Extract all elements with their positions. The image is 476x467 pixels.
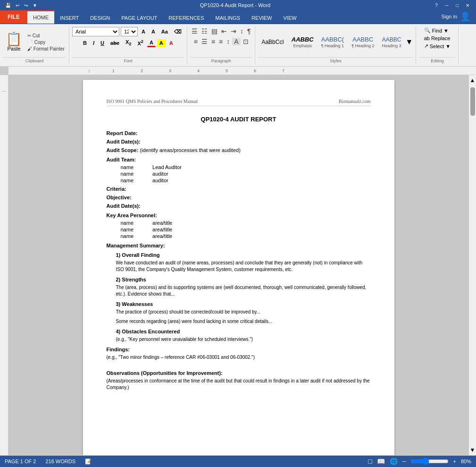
- select-button[interactable]: ↗ Select ▼: [422, 42, 452, 50]
- shading-btn[interactable]: A: [232, 38, 240, 45]
- line-spacing-btn[interactable]: ↕: [225, 37, 231, 46]
- style-heading1[interactable]: AABBC( ¶ Heading 1: [318, 34, 347, 50]
- read-view-btn[interactable]: 📖: [377, 458, 385, 465]
- personnel-role-3: area/title: [152, 233, 172, 239]
- sort-btn[interactable]: ↕: [239, 27, 245, 35]
- signin-label[interactable]: Sign in: [441, 14, 457, 19]
- styles-scroll-btn[interactable]: ▼: [406, 38, 413, 46]
- font-size-select[interactable]: 12: [121, 27, 138, 36]
- tab-insert[interactable]: INSERT: [54, 11, 84, 24]
- highlight-btn[interactable]: A: [157, 39, 166, 47]
- tab-file[interactable]: FILE: [0, 10, 27, 24]
- underline-button[interactable]: U: [98, 39, 107, 47]
- tab-view[interactable]: VIEW: [278, 11, 302, 24]
- copy-button[interactable]: 📄 Copy: [26, 39, 66, 45]
- multilevel-btn[interactable]: ▤: [210, 27, 219, 35]
- find-dropdown-icon[interactable]: ▼: [443, 28, 449, 34]
- obstacles-heading: 4) Obstacles Encountered: [116, 329, 371, 334]
- paste-button[interactable]: 📋 Paste: [3, 32, 25, 52]
- audit-dates2-field: Audit Date(s):: [107, 203, 371, 209]
- increase-indent-btn[interactable]: ⇥: [229, 27, 238, 35]
- undo-quick-btn[interactable]: ↩: [14, 3, 21, 8]
- borders-btn[interactable]: ⊡: [242, 37, 250, 46]
- title-bar: 💾 ↩ ↪ ▼ QP1020-4 Audit Report - Word ? ─…: [0, 0, 476, 10]
- text-color-btn[interactable]: A: [147, 39, 156, 47]
- personnel-name-1: name: [121, 220, 134, 226]
- show-hide-btn[interactable]: ¶: [246, 27, 252, 35]
- personnel-name-3: name: [121, 233, 134, 239]
- page-info: PAGE 1 OF 2: [5, 459, 36, 464]
- cut-button[interactable]: ✂ Cut: [26, 33, 66, 39]
- tab-mailings[interactable]: MAILINGS: [210, 11, 246, 24]
- header-left: ISO 9001 QMS Policies and Procedures Man…: [107, 99, 198, 104]
- status-bar: PAGE 1 OF 2 216 WORDS 📝 □ 📖 🌐 ─ + 80%: [0, 456, 476, 467]
- font-clear-btn[interactable]: Aa: [159, 28, 170, 35]
- scroll-up-btn[interactable]: ▲: [468, 75, 476, 85]
- font-grow-btn[interactable]: A: [139, 28, 148, 35]
- audit-scope-label: Audit Scope:: [107, 147, 139, 153]
- minimize-btn[interactable]: ─: [442, 1, 451, 9]
- help-btn[interactable]: ?: [432, 1, 441, 9]
- page: ISO 9001 QMS Policies and Procedures Man…: [83, 80, 394, 455]
- style-h1-preview: AABBC(: [321, 36, 344, 43]
- zoom-slider[interactable]: [411, 458, 449, 465]
- font-shrink-btn[interactable]: A: [149, 28, 158, 35]
- print-view-btn[interactable]: □: [368, 458, 372, 465]
- observations-body: (Areas/processes in conformance at the t…: [107, 378, 371, 391]
- numbering-btn[interactable]: ☷: [200, 27, 209, 35]
- redo-quick-btn[interactable]: ↪: [23, 3, 29, 8]
- web-view-btn[interactable]: 🌐: [390, 458, 398, 465]
- style-heading3[interactable]: AABBC Heading 3: [379, 35, 405, 50]
- audit-team-item-1: nameLead Auditor: [121, 164, 371, 170]
- strengths-heading: 2) Strengths: [116, 277, 371, 282]
- clear-format-btn[interactable]: ⌫: [172, 28, 184, 36]
- select-dropdown-icon[interactable]: ▼: [445, 43, 451, 49]
- bullets-btn[interactable]: ☰: [190, 27, 199, 35]
- align-left-btn[interactable]: ≡: [192, 37, 199, 46]
- maximize-btn[interactable]: □: [452, 1, 462, 9]
- font-family-select[interactable]: Arial: [72, 27, 119, 36]
- personnel-item-1: namearea/title: [121, 220, 371, 226]
- superscript-button[interactable]: X2: [135, 38, 145, 47]
- font-color-btn[interactable]: A: [167, 39, 175, 47]
- customize-quick-btn[interactable]: ▼: [31, 3, 39, 8]
- align-right-btn[interactable]: ≡: [210, 37, 217, 46]
- tab-design[interactable]: DESIGN: [84, 11, 116, 24]
- find-button[interactable]: 🔍 Find ▼: [422, 27, 451, 34]
- window-title: QP1020-4 Audit Report - Word: [39, 2, 432, 8]
- style-h3-label: Heading 3: [382, 43, 401, 48]
- replace-button[interactable]: ab Replace: [422, 35, 452, 42]
- document-area[interactable]: ISO 9001 QMS Policies and Procedures Man…: [8, 75, 468, 455]
- tab-home[interactable]: HOME: [27, 10, 54, 24]
- style-emphasis[interactable]: AABBC Emphasis: [288, 34, 317, 50]
- format-painter-button[interactable]: 🖌 Format Painter: [26, 46, 66, 52]
- font-content: Arial 12 A A Aa ⌫ B I U abc X2 X2 A A A: [72, 27, 184, 57]
- signin-area[interactable]: Sign in 👤: [435, 9, 476, 24]
- close-btn[interactable]: ✕: [463, 1, 472, 9]
- style-default[interactable]: AaBbCcI: [258, 37, 287, 47]
- decrease-indent-btn[interactable]: ⇤: [220, 27, 228, 35]
- tab-references[interactable]: REFERENCES: [163, 11, 209, 24]
- zoom-out-btn[interactable]: ─: [402, 459, 406, 464]
- right-scrollbar[interactable]: ▲ ▼: [468, 75, 476, 455]
- zoom-in-btn[interactable]: +: [453, 459, 456, 464]
- strikethrough-button[interactable]: abc: [108, 39, 122, 47]
- tab-review[interactable]: REVIEW: [246, 11, 277, 24]
- tab-page-layout[interactable]: PAGE LAYOUT: [116, 11, 163, 24]
- style-h2-preview: AABBC: [352, 36, 373, 43]
- bold-button[interactable]: B: [81, 39, 89, 47]
- font-row-2: B I U abc X2 X2 A A A: [81, 38, 175, 47]
- proofing-icon[interactable]: 📝: [85, 459, 92, 465]
- style-heading2[interactable]: AABBC ¶ Heading 2: [348, 34, 377, 50]
- paste-label: Paste: [7, 46, 20, 51]
- audit-dates-field: Audit Date(s):: [107, 139, 371, 144]
- save-quick-btn[interactable]: 💾: [4, 3, 12, 8]
- subscript-button[interactable]: X2: [123, 38, 134, 47]
- justify-btn[interactable]: ≡: [217, 37, 224, 46]
- quick-access-toolbar: 💾 ↩ ↪ ▼: [4, 3, 39, 8]
- scroll-thumb[interactable]: [470, 87, 475, 116]
- center-btn[interactable]: ☰: [200, 37, 209, 46]
- scroll-down-btn[interactable]: ▼: [468, 445, 476, 455]
- font-row-1: Arial 12 A A Aa ⌫: [72, 27, 184, 36]
- italic-button[interactable]: I: [91, 39, 97, 47]
